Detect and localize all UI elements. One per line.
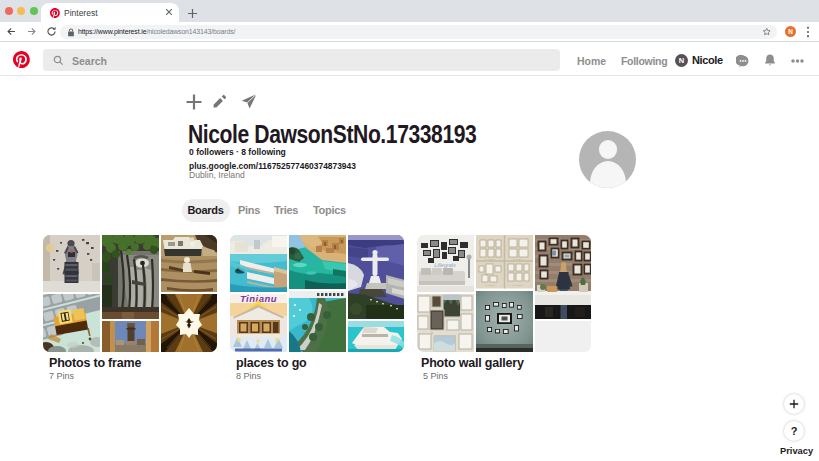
svg-text:GALLERY: GALLERY — [484, 258, 495, 261]
svg-text:GALLERY: GALLERY — [512, 258, 523, 261]
svg-text:GALLERY: GALLERY — [512, 284, 523, 287]
svg-text:Lillegrals: Lillegrals — [434, 262, 456, 268]
svg-text:GALLERY: GALLERY — [484, 284, 495, 287]
